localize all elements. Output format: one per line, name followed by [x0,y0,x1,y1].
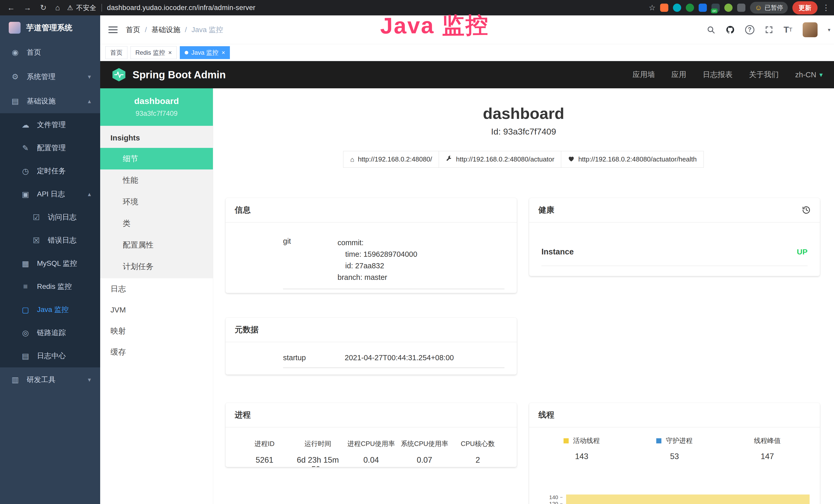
help-icon[interactable]: ? [745,25,754,35]
sidebar-item-label: 链路追踪 [37,328,66,338]
user-avatar[interactable] [803,22,817,37]
sidebar-item-scheduled-tasks[interactable]: ◷ 定时任务 [0,159,100,183]
paused-extension-badge[interactable]: ☺ 已暂停 [750,2,788,14]
sba-brand-label: Spring Boot Admin [133,69,226,81]
sba-nav-journal[interactable]: 日志报表 [703,70,732,80]
sidebar-item-system[interactable]: ⚙ 系统管理 ▾ [0,65,100,89]
history-icon[interactable] [802,206,811,214]
sidebar-menu: ◉ 首页 ⚙ 系统管理 ▾ ▤ 基础设施 ▴ ☁ 文件管理 ✎ 配置管 [0,40,100,392]
health-url-link[interactable]: http://192.168.0.2:48080/actuator/health [561,151,704,168]
browser-home-icon[interactable]: ⌂ [55,4,60,12]
sidebar-item-java-monitor[interactable]: ▢ Java 监控 [0,298,100,321]
tracing-icon: ◎ [21,328,30,337]
app-logo[interactable]: 芋道管理系统 [0,16,100,40]
sba-item-scheduled-tasks[interactable]: 计划任务 [100,256,213,277]
user-menu-caret-icon[interactable]: ▾ [828,27,830,33]
extension-icon-2[interactable] [673,4,681,12]
sidebar-item-error-logs[interactable]: ☒ 错误日志 [0,229,100,252]
sidebar-item-label: Java 监控 [37,305,69,315]
close-icon[interactable]: × [168,49,172,56]
back-icon[interactable]: ← [7,4,15,12]
service-url-link[interactable]: ⌂ http://192.168.0.2:48080/ [343,151,439,168]
forward-icon[interactable]: → [24,4,31,12]
legend-swatch-yellow [564,438,569,443]
close-icon[interactable]: × [221,49,225,56]
breadcrumb-separator: / [185,26,187,34]
process-card-title: 进程 [235,410,251,420]
search-icon[interactable] [707,25,715,34]
font-size-icon[interactable]: TT [784,25,792,35]
legend-daemon-threads: 守护进程 [628,436,721,445]
bookmark-star-icon[interactable]: ☆ [649,4,656,12]
breadcrumb-home[interactable]: 首页 [126,25,140,35]
security-indicator[interactable]: ⚠ 不安全 [67,3,96,12]
redis-icon: ≡ [21,282,30,291]
sba-item-classes[interactable]: 类 [100,212,213,234]
extension-icon-7[interactable] [737,4,745,12]
extension-icon-4[interactable] [699,4,707,12]
tick-mark [560,497,563,498]
tab-redis-monitor[interactable]: Redis 监控 × [130,46,177,59]
extension-icon-3[interactable] [686,4,694,12]
sidebar-item-redis-monitor[interactable]: ≡ Redis 监控 [0,275,100,298]
sidebar-item-label: Redis 监控 [37,282,72,292]
extension-icon-6[interactable] [724,4,732,12]
sidebar-item-config-manage[interactable]: ✎ 配置管理 [0,136,100,159]
chrome-update-button[interactable]: 更新 [792,1,817,15]
sba-item-logs[interactable]: 日志 [100,278,213,299]
sidebar-item-devtools[interactable]: ▥ 研发工具 ▾ [0,367,100,392]
app-title: 芋道管理系统 [26,23,72,33]
hamburger-icon[interactable] [100,26,126,33]
health-url-label: http://192.168.0.2:48080/actuator/health [578,155,697,163]
sba-item-metrics[interactable]: 性能 [100,169,213,191]
address-bar[interactable]: dashboard.yudao.iocoder.cn/infra/admin-s… [107,4,256,12]
sba-item-caches[interactable]: 缓存 [100,342,213,363]
sba-item-environment[interactable]: 环境 [100,191,213,212]
breadcrumb-infrastructure[interactable]: 基础设施 [152,25,180,35]
browser-menu-icon[interactable]: ⋮ [822,4,830,12]
sba-locale-select[interactable]: zh-CN ▾ [795,71,823,79]
github-icon[interactable] [726,25,735,35]
actuator-url-link[interactable]: http://192.168.0.2:48080/actuator [439,151,561,168]
sba-navbar: Spring Boot Admin 应用墙 应用 日志报表 关于我们 zh-CN… [100,61,834,88]
chevron-up-icon: ▴ [88,97,91,105]
sidebar-item-infrastructure[interactable]: ▤ 基础设施 ▴ [0,89,100,113]
sidebar-item-log-center[interactable]: ▤ 日志中心 [0,344,100,367]
sba-logo-icon [111,67,126,82]
sba-item-config-props[interactable]: 配置属性 [100,234,213,256]
screen: ← → ↻ ⌂ ⚠ 不安全 dashboard.yudao.iocoder.cn… [0,0,834,504]
sba-item-jvm[interactable]: JVM [100,299,213,320]
sidebar-item-home[interactable]: ◉ 首页 [0,40,100,65]
tick-mark [560,503,563,504]
sba-instance-id: 93a3fc7f7409 [103,110,211,118]
sba-nav-applications[interactable]: 应用 [672,70,686,80]
fullscreen-icon[interactable] [765,25,773,34]
chevron-down-icon: ▾ [88,376,91,383]
page-subtitle: Id: 93a3fc7f7409 [213,127,834,137]
info-card-title: 信息 [235,205,251,215]
tab-home[interactable]: 首页 [105,46,127,59]
legend-live-threads: 活动线程 [535,436,628,445]
sba-brand[interactable]: Spring Boot Admin [111,67,226,82]
sidebar-item-api-logs[interactable]: ▣ API 日志 ▴ [0,183,100,206]
sidebar-item-label: 日志中心 [37,351,66,361]
reload-icon[interactable]: ↻ [40,4,46,12]
tab-java-monitor[interactable]: Java 监控 × [180,46,230,59]
on-badge: on [711,8,718,13]
chevron-down-icon: ▾ [88,73,91,81]
sba-item-details[interactable]: 细节 [100,148,213,169]
sidebar-item-file-manage[interactable]: ☁ 文件管理 [0,113,100,136]
sba-nav-about[interactable]: 关于我们 [749,70,779,80]
sidebar-item-mysql-monitor[interactable]: ▦ MySQL 监控 [0,252,100,275]
heart-icon [568,156,575,163]
sidebar-item-access-logs[interactable]: ☑ 访问日志 [0,206,100,229]
legend-peak-threads: 线程峰值 [721,436,814,445]
extension-icon-5[interactable]: on [711,4,720,12]
extension-icon-1[interactable] [660,4,668,12]
sidebar-item-tracing[interactable]: ◎ 链路追踪 [0,321,100,344]
log-center-icon: ▤ [21,351,30,361]
sba-nav-wallboard[interactable]: 应用墙 [633,70,655,80]
sba-instance-block[interactable]: dashboard 93a3fc7f7409 [100,88,213,126]
threads-chart-y-axis: 140 120 100 [545,494,563,504]
sba-item-mappings[interactable]: 映射 [100,320,213,342]
